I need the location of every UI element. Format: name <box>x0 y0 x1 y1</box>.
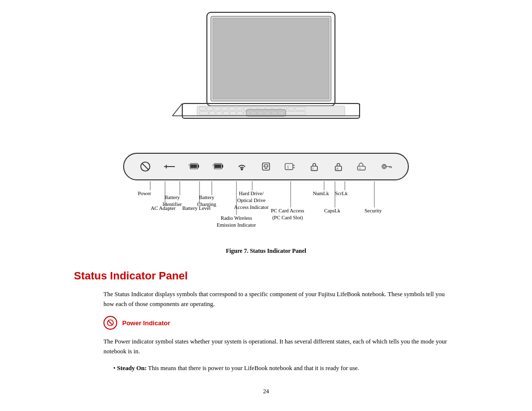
svg-rect-45 <box>194 165 195 168</box>
svg-point-69 <box>383 166 385 168</box>
wireless-icon <box>236 161 247 172</box>
svg-rect-56 <box>264 165 267 167</box>
bullet-steady-on: • Steady On: This means that there is po… <box>113 363 453 373</box>
section-heading: Status Indicator Panel <box>74 270 458 282</box>
svg-rect-51 <box>216 165 217 168</box>
svg-rect-52 <box>218 165 219 168</box>
intro-paragraph: The Status Indicator displays symbols th… <box>103 289 453 309</box>
svg-line-37 <box>142 164 148 170</box>
svg-text:1: 1 <box>287 165 289 170</box>
scrlk-icon: 11 <box>357 161 368 172</box>
indicator-panel: 1 2 <box>123 153 409 180</box>
numlk-icon: 1 <box>309 161 320 172</box>
bullet-bold: Steady On: <box>117 365 147 372</box>
power-indicator-icon <box>103 316 117 330</box>
hard-drive-label: Hard Drive/Optical DriveAccess Indicator <box>234 190 268 211</box>
svg-rect-46 <box>196 165 197 168</box>
svg-line-6 <box>172 103 182 116</box>
battery-charging-icon: 2 <box>212 161 223 172</box>
pc-card-label: PC Card Access(PC Card Slot) <box>271 207 304 221</box>
svg-line-86 <box>108 320 112 325</box>
svg-rect-50 <box>215 165 216 168</box>
scrlk-label: ScrLk <box>335 190 348 197</box>
svg-text:11: 11 <box>359 168 361 170</box>
svg-rect-42 <box>198 165 199 168</box>
svg-rect-53 <box>220 165 221 168</box>
svg-point-54 <box>241 169 242 170</box>
ac-adapter-icon <box>164 161 175 172</box>
power-indicator-label: Power Indicator <box>122 319 170 327</box>
pc-card-icon <box>261 161 271 172</box>
svg-rect-4 <box>213 18 329 99</box>
svg-rect-55 <box>263 163 270 171</box>
battery-identifier-icon: 1 <box>188 161 199 172</box>
power-indicator-row: Power Indicator <box>103 316 458 330</box>
capslk-icon: A <box>333 161 344 172</box>
svg-rect-49 <box>222 165 223 168</box>
svg-text:2: 2 <box>212 164 214 167</box>
pc-card-slot-icon: 1 <box>285 161 296 172</box>
svg-text:1: 1 <box>188 164 190 167</box>
power-label: Power <box>138 190 151 197</box>
svg-point-68 <box>382 165 387 169</box>
power-body-paragraph: The Power indicator symbol states whethe… <box>103 337 453 356</box>
power-icon <box>140 161 151 172</box>
figure-caption: Figure 7. Status Indicator Panel <box>226 247 306 255</box>
svg-rect-44 <box>192 165 193 168</box>
bullet-text: This means that there is power to your L… <box>147 365 360 372</box>
ac-adapter-label: AC Adapter <box>151 205 175 212</box>
radio-wireless-label: Radio WirelessEmission Indicator <box>217 215 256 229</box>
svg-rect-43 <box>191 165 192 168</box>
capslk-label: CapsLk <box>324 207 340 214</box>
svg-text:A: A <box>336 167 339 170</box>
battery-level-label: Battery Level <box>182 205 210 212</box>
security-label: Security <box>365 207 382 214</box>
numlk-label: NumLk <box>313 190 329 197</box>
svg-text:1: 1 <box>312 167 313 170</box>
security-icon <box>381 161 392 172</box>
page-number: 24 <box>74 388 458 395</box>
